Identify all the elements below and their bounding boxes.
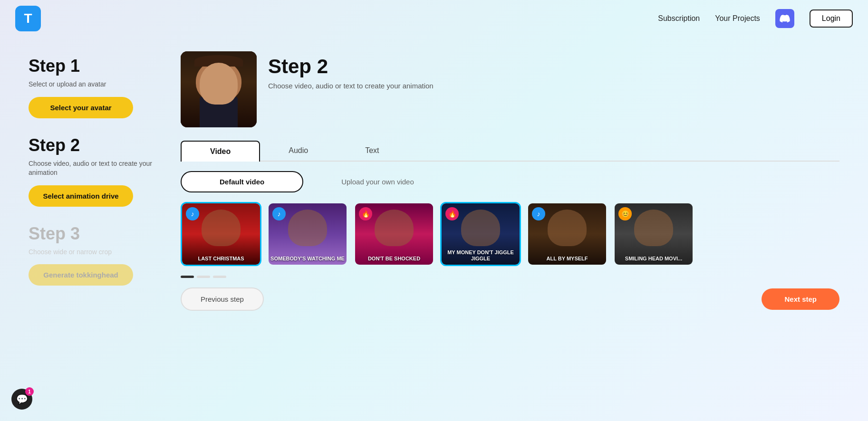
discord-icon xyxy=(780,15,790,22)
next-step-button[interactable]: Next step xyxy=(762,288,839,310)
subscription-link[interactable]: Subscription xyxy=(658,14,700,23)
step3-block: Step 3 Choose wide or narrow crop Genera… xyxy=(29,224,162,286)
video-card-3[interactable]: 🔥DON'T BE SHOCKED xyxy=(354,202,434,266)
sub-tabs: Default video Upload your own video xyxy=(181,171,839,192)
select-animation-button[interactable]: Select animation drive xyxy=(29,185,133,207)
tab-text[interactable]: Text xyxy=(337,141,407,161)
subtab-default-video[interactable]: Default video xyxy=(181,171,303,192)
video-card-6[interactable]: 😊SMILING HEAD MOVI... xyxy=(613,202,694,266)
video-label-2: SOMEBODY'S WATCHING ME xyxy=(269,256,347,262)
step1-description: Select or upload an avatar xyxy=(29,80,162,89)
select-avatar-button[interactable]: Select your avatar xyxy=(29,97,133,118)
chat-bubble[interactable]: 💬 1 xyxy=(11,389,32,410)
content-step-title: Step 2 xyxy=(268,55,434,78)
dot-2 xyxy=(197,276,210,278)
tab-video[interactable]: Video xyxy=(181,141,260,162)
chat-badge: 1 xyxy=(25,387,34,396)
step3-description: Choose wide or narrow crop xyxy=(29,248,162,257)
step3-title: Step 3 xyxy=(29,224,162,244)
avatar-face-image xyxy=(181,51,257,127)
avatar-thumbnail xyxy=(181,51,257,127)
footer-buttons: Previous step Next step xyxy=(181,287,839,311)
video-icon-6: 😊 xyxy=(618,207,632,220)
step1-block: Step 1 Select or upload an avatar Select… xyxy=(29,56,162,118)
video-icon-3: 🔥 xyxy=(359,207,372,220)
video-icon-1: ♪ xyxy=(186,207,199,220)
content-title-block: Step 2 Choose video, audio or text to cr… xyxy=(268,51,434,90)
step2-block: Step 2 Choose video, audio or text to cr… xyxy=(29,135,162,207)
dot-1 xyxy=(181,276,194,278)
video-label-1: LAST CHRISTMAS xyxy=(182,256,260,262)
dot-3 xyxy=(213,276,226,278)
logo[interactable]: T xyxy=(15,6,41,31)
discord-button[interactable] xyxy=(775,9,794,28)
subtab-upload-video[interactable]: Upload your own video xyxy=(303,171,452,192)
video-icon-5: ♪ xyxy=(532,207,545,220)
login-button[interactable]: Login xyxy=(810,10,853,28)
video-label-6: SMILING HEAD MOVI... xyxy=(615,256,693,262)
video-card-5[interactable]: ♪ALL BY MYSELF xyxy=(527,202,608,266)
video-card-1[interactable]: ♪LAST CHRISTMAS xyxy=(181,202,261,266)
video-icon-2: ♪ xyxy=(272,207,286,220)
your-projects-link[interactable]: Your Projects xyxy=(715,14,760,23)
progress-dots xyxy=(181,276,839,278)
content-step-description: Choose video, audio or text to create yo… xyxy=(268,82,434,90)
video-card-2[interactable]: ♪SOMEBODY'S WATCHING ME xyxy=(267,202,348,266)
main-content: Step 1 Select or upload an avatar Select… xyxy=(0,37,868,320)
main-tabs: Video Audio Text xyxy=(181,141,839,162)
chat-icon: 💬 xyxy=(16,393,28,405)
content-header: Step 2 Choose video, audio or text to cr… xyxy=(181,51,839,127)
video-label-4: MY MONEY DON'T JIGGLE JIGGLE xyxy=(442,249,520,262)
step2-title: Step 2 xyxy=(29,135,162,155)
video-label-5: ALL BY MYSELF xyxy=(528,256,606,262)
video-icon-4: 🔥 xyxy=(445,207,459,220)
generate-button: Generate tokkinghead xyxy=(29,264,133,286)
header-nav: Subscription Your Projects Login xyxy=(658,9,853,28)
content-area: Step 2 Choose video, audio or text to cr… xyxy=(181,47,839,311)
video-card-4[interactable]: 🔥MY MONEY DON'T JIGGLE JIGGLE xyxy=(440,202,521,266)
tab-audio[interactable]: Audio xyxy=(260,141,337,161)
step2-description: Choose video, audio or text to create yo… xyxy=(29,159,162,178)
logo-text: T xyxy=(24,11,32,26)
header: T Subscription Your Projects Login xyxy=(0,0,868,37)
sidebar: Step 1 Select or upload an avatar Select… xyxy=(29,47,162,311)
step1-title: Step 1 xyxy=(29,56,162,76)
previous-step-button[interactable]: Previous step xyxy=(181,287,264,311)
video-label-3: DON'T BE SHOCKED xyxy=(355,256,433,262)
video-grid: ♪LAST CHRISTMAS♪SOMEBODY'S WATCHING ME🔥D… xyxy=(181,202,839,266)
